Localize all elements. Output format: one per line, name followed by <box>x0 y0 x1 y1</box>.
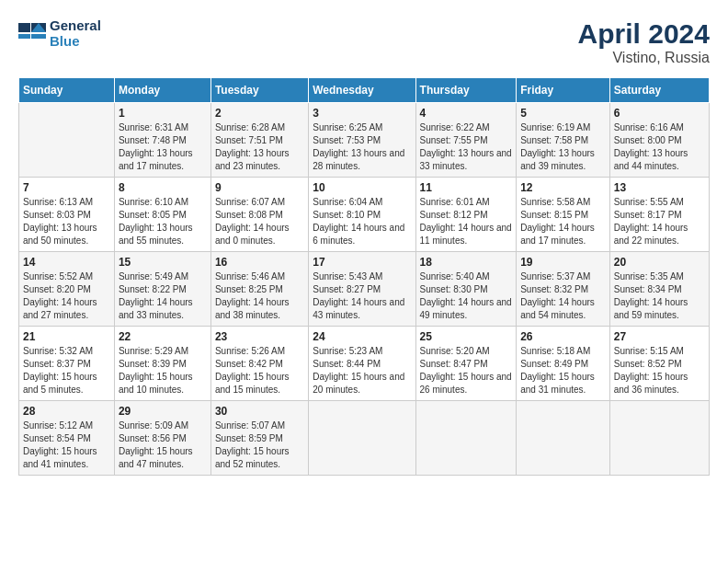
sunrise-text: Sunrise: 6:04 AM <box>313 196 411 209</box>
svg-rect-3 <box>18 34 30 39</box>
calendar-cell <box>609 401 709 476</box>
day-info: Sunrise: 6:16 AM Sunset: 8:00 PM Dayligh… <box>614 121 705 173</box>
col-thursday: Thursday <box>415 78 517 103</box>
daylight-text: Daylight: 13 hours and 39 minutes. <box>520 147 606 173</box>
day-info: Sunrise: 6:07 AM Sunset: 8:08 PM Dayligh… <box>215 196 304 247</box>
calendar-cell: 20 Sunrise: 5:35 AM Sunset: 8:34 PM Dayl… <box>609 252 709 327</box>
sunrise-text: Sunrise: 5:26 AM <box>215 345 304 358</box>
daylight-text: Daylight: 14 hours and 49 minutes. <box>420 296 513 322</box>
calendar-cell <box>309 401 415 476</box>
day-number: 1 <box>119 107 207 120</box>
day-info: Sunrise: 5:18 AM Sunset: 8:49 PM Dayligh… <box>520 345 606 396</box>
calendar-cell: 4 Sunrise: 6:22 AM Sunset: 7:55 PM Dayli… <box>415 103 517 178</box>
day-number: 23 <box>215 330 304 343</box>
sunrise-text: Sunrise: 6:28 AM <box>215 121 304 134</box>
day-number: 14 <box>23 256 110 269</box>
day-info: Sunrise: 6:13 AM Sunset: 8:03 PM Dayligh… <box>23 196 110 247</box>
day-number: 8 <box>119 181 207 194</box>
sunrise-text: Sunrise: 6:13 AM <box>23 196 110 209</box>
daylight-text: Daylight: 14 hours and 22 minutes. <box>614 222 705 247</box>
calendar-cell <box>517 401 610 476</box>
sunrise-text: Sunrise: 5:55 AM <box>614 196 705 209</box>
daylight-text: Daylight: 14 hours and 54 minutes. <box>520 296 606 322</box>
page-header: General Blue April 2024 Vistino, Russia <box>18 18 710 66</box>
sunrise-text: Sunrise: 5:52 AM <box>23 270 110 283</box>
sunrise-text: Sunrise: 5:20 AM <box>420 345 513 358</box>
logo-text: General Blue <box>50 18 101 49</box>
day-number: 3 <box>313 107 411 120</box>
col-monday: Monday <box>114 78 210 103</box>
day-info: Sunrise: 6:01 AM Sunset: 8:12 PM Dayligh… <box>420 196 513 247</box>
sunset-text: Sunset: 8:42 PM <box>215 358 304 371</box>
daylight-text: Daylight: 15 hours and 36 minutes. <box>614 371 705 396</box>
calendar-cell: 29 Sunrise: 5:09 AM Sunset: 8:56 PM Dayl… <box>114 401 210 476</box>
daylight-text: Daylight: 15 hours and 31 minutes. <box>520 371 606 396</box>
calendar-cell: 26 Sunrise: 5:18 AM Sunset: 8:49 PM Dayl… <box>517 327 610 401</box>
daylight-text: Daylight: 15 hours and 5 minutes. <box>23 371 110 396</box>
daylight-text: Daylight: 14 hours and 0 minutes. <box>215 222 304 247</box>
calendar-week-row: 21 Sunrise: 5:32 AM Sunset: 8:37 PM Dayl… <box>19 327 710 401</box>
calendar-cell: 7 Sunrise: 6:13 AM Sunset: 8:03 PM Dayli… <box>19 178 115 252</box>
calendar-week-row: 14 Sunrise: 5:52 AM Sunset: 8:20 PM Dayl… <box>19 252 710 327</box>
sunset-text: Sunset: 8:12 PM <box>420 209 513 222</box>
main-title: April 2024 <box>578 18 710 50</box>
sunrise-text: Sunrise: 6:07 AM <box>215 196 304 209</box>
daylight-text: Daylight: 13 hours and 28 minutes. <box>313 147 411 173</box>
sunrise-text: Sunrise: 5:12 AM <box>23 419 110 432</box>
col-wednesday: Wednesday <box>309 78 415 103</box>
sunrise-text: Sunrise: 5:49 AM <box>119 270 207 283</box>
day-number: 15 <box>119 256 207 269</box>
sunrise-text: Sunrise: 5:58 AM <box>520 196 606 209</box>
col-saturday: Saturday <box>609 78 709 103</box>
day-number: 10 <box>313 181 411 194</box>
sunset-text: Sunset: 7:53 PM <box>313 134 411 147</box>
calendar-week-row: 28 Sunrise: 5:12 AM Sunset: 8:54 PM Dayl… <box>19 401 710 476</box>
daylight-text: Daylight: 15 hours and 52 minutes. <box>215 445 304 471</box>
daylight-text: Daylight: 14 hours and 6 minutes. <box>313 222 411 247</box>
day-number: 22 <box>119 330 207 343</box>
sunrise-text: Sunrise: 5:32 AM <box>23 345 110 358</box>
calendar-cell: 21 Sunrise: 5:32 AM Sunset: 8:37 PM Dayl… <box>19 327 115 401</box>
calendar-cell: 25 Sunrise: 5:20 AM Sunset: 8:47 PM Dayl… <box>415 327 517 401</box>
day-number: 27 <box>614 330 705 343</box>
calendar-cell <box>19 103 115 178</box>
day-number: 25 <box>420 330 513 343</box>
calendar-cell: 24 Sunrise: 5:23 AM Sunset: 8:44 PM Dayl… <box>309 327 415 401</box>
daylight-text: Daylight: 14 hours and 43 minutes. <box>313 296 411 322</box>
col-friday: Friday <box>517 78 610 103</box>
day-info: Sunrise: 5:26 AM Sunset: 8:42 PM Dayligh… <box>215 345 304 396</box>
sunset-text: Sunset: 8:56 PM <box>119 432 207 445</box>
sunset-text: Sunset: 8:10 PM <box>313 209 411 222</box>
sunrise-text: Sunrise: 5:29 AM <box>119 345 207 358</box>
daylight-text: Daylight: 13 hours and 17 minutes. <box>119 147 207 173</box>
svg-rect-0 <box>18 23 30 32</box>
daylight-text: Daylight: 14 hours and 59 minutes. <box>614 296 705 322</box>
sunset-text: Sunset: 8:25 PM <box>215 283 304 296</box>
title-block: April 2024 Vistino, Russia <box>578 18 710 66</box>
sunset-text: Sunset: 7:58 PM <box>520 134 606 147</box>
calendar-cell: 19 Sunrise: 5:37 AM Sunset: 8:32 PM Dayl… <box>517 252 610 327</box>
day-info: Sunrise: 6:28 AM Sunset: 7:51 PM Dayligh… <box>215 121 304 173</box>
calendar-cell: 28 Sunrise: 5:12 AM Sunset: 8:54 PM Dayl… <box>19 401 115 476</box>
calendar-cell: 3 Sunrise: 6:25 AM Sunset: 7:53 PM Dayli… <box>309 103 415 178</box>
daylight-text: Daylight: 13 hours and 33 minutes. <box>420 147 513 173</box>
daylight-text: Daylight: 15 hours and 47 minutes. <box>119 445 207 471</box>
daylight-text: Daylight: 13 hours and 23 minutes. <box>215 147 304 173</box>
day-number: 17 <box>313 256 411 269</box>
daylight-text: Daylight: 14 hours and 17 minutes. <box>520 222 606 247</box>
svg-rect-4 <box>31 34 46 39</box>
day-info: Sunrise: 5:55 AM Sunset: 8:17 PM Dayligh… <box>614 196 705 247</box>
daylight-text: Daylight: 15 hours and 26 minutes. <box>420 371 513 396</box>
sunset-text: Sunset: 8:47 PM <box>420 358 513 371</box>
sunrise-text: Sunrise: 5:40 AM <box>420 270 513 283</box>
day-info: Sunrise: 5:29 AM Sunset: 8:39 PM Dayligh… <box>119 345 207 396</box>
daylight-text: Daylight: 14 hours and 11 minutes. <box>420 222 513 247</box>
daylight-text: Daylight: 13 hours and 50 minutes. <box>23 222 110 247</box>
day-number: 24 <box>313 330 411 343</box>
sunset-text: Sunset: 8:20 PM <box>23 283 110 296</box>
day-number: 6 <box>614 107 705 120</box>
sunrise-text: Sunrise: 6:22 AM <box>420 121 513 134</box>
day-number: 5 <box>520 107 606 120</box>
day-info: Sunrise: 6:25 AM Sunset: 7:53 PM Dayligh… <box>313 121 411 173</box>
day-number: 4 <box>420 107 513 120</box>
